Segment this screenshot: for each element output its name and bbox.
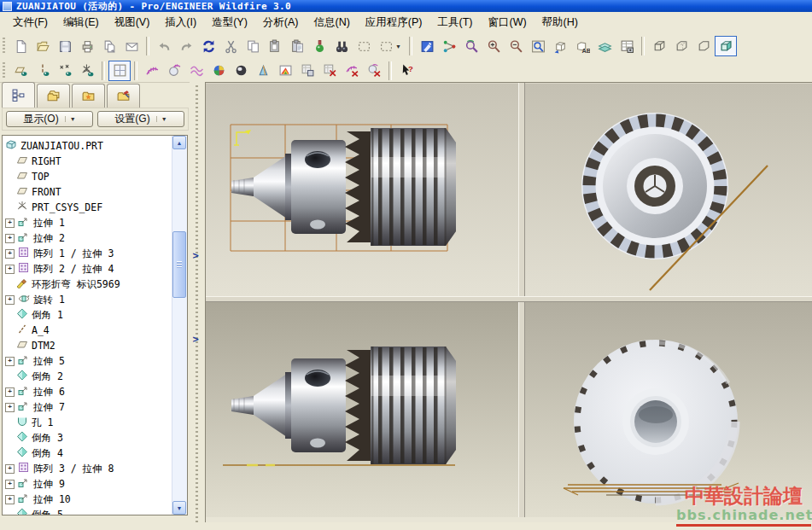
expand-plus-icon[interactable]: + bbox=[5, 480, 15, 489]
menu-item[interactable]: 分析(A) bbox=[255, 13, 307, 32]
refit-icon[interactable] bbox=[527, 36, 549, 56]
tree-item[interactable]: ZUANJIATOU.PRT bbox=[3, 138, 172, 154]
expand-plus-icon[interactable]: + bbox=[5, 495, 15, 504]
layers-icon[interactable] bbox=[593, 36, 616, 56]
tree-item[interactable]: +拉伸 9 bbox=[3, 476, 172, 492]
named-views-icon[interactable]: AB bbox=[571, 36, 593, 56]
paste-icon[interactable] bbox=[264, 36, 286, 56]
tree-item[interactable]: +拉伸 5 bbox=[3, 353, 172, 369]
tree-item[interactable]: A_4 bbox=[3, 323, 172, 338]
expand-plus-icon[interactable]: + bbox=[5, 357, 15, 366]
tree-item[interactable]: FRONT bbox=[3, 184, 172, 200]
email-icon[interactable] bbox=[120, 36, 143, 56]
tree-item[interactable]: 倒角 3 bbox=[3, 430, 172, 446]
delete-saved-analysis-icon[interactable] bbox=[318, 61, 341, 81]
datum-point-display-icon[interactable] bbox=[54, 61, 76, 81]
expand-plus-icon[interactable]: + bbox=[5, 295, 15, 305]
favorites-tab[interactable] bbox=[72, 84, 105, 108]
open-icon[interactable] bbox=[32, 36, 54, 56]
csys-display-icon[interactable] bbox=[76, 61, 98, 81]
spin-center-icon[interactable] bbox=[438, 36, 460, 56]
tree-item[interactable]: RIGHT bbox=[3, 154, 172, 169]
view-manager-icon[interactable] bbox=[616, 36, 638, 56]
select-filter-icon[interactable]: ▼ bbox=[375, 36, 406, 56]
grid-toggle-icon[interactable] bbox=[108, 61, 131, 81]
saved-views-icon[interactable] bbox=[549, 36, 571, 56]
tree-item[interactable]: TOP bbox=[3, 169, 172, 184]
repaint-icon[interactable] bbox=[416, 36, 438, 56]
menu-item[interactable]: 造型(Y) bbox=[204, 13, 255, 32]
expand-plus-icon[interactable]: + bbox=[5, 265, 15, 274]
shadow-analysis-icon[interactable] bbox=[230, 61, 252, 81]
cut-icon[interactable] bbox=[219, 36, 242, 56]
scrollbar-thumb[interactable] bbox=[172, 231, 186, 298]
delete-curvature-icon[interactable] bbox=[341, 61, 363, 81]
tree-item[interactable]: +拉伸 6 bbox=[3, 384, 172, 399]
appearance-icon[interactable] bbox=[308, 36, 330, 56]
scroll-down-icon[interactable]: ▼ bbox=[172, 501, 186, 515]
menu-item[interactable]: 帮助(H) bbox=[535, 13, 586, 32]
tree-item[interactable]: PRT_CSYS_DEF bbox=[3, 200, 172, 215]
connections-tab[interactable] bbox=[107, 84, 140, 108]
title-bar[interactable]: ZUANJIATOU (活动的) - Pro/ENGINEER Wildfire… bbox=[0, 0, 812, 12]
saved-analysis-icon[interactable] bbox=[296, 61, 318, 81]
sash-collapse-icon[interactable]: > bbox=[192, 335, 199, 344]
expand-plus-icon[interactable]: + bbox=[5, 218, 15, 228]
expand-plus-icon[interactable]: + bbox=[5, 464, 15, 474]
save-icon[interactable] bbox=[54, 36, 76, 56]
menu-item[interactable]: 文件(F) bbox=[5, 13, 55, 32]
expand-plus-icon[interactable]: + bbox=[5, 234, 15, 243]
zoom-out-icon[interactable] bbox=[505, 36, 527, 56]
save-a-copy-icon[interactable] bbox=[98, 36, 120, 56]
no-hidden-icon[interactable] bbox=[692, 36, 715, 56]
menu-item[interactable]: 视图(V) bbox=[107, 13, 158, 32]
viewport-bottom-left[interactable] bbox=[206, 302, 518, 517]
menu-item[interactable]: 编辑(E) bbox=[55, 13, 107, 32]
tree-item[interactable]: +阵列 2 / 拉伸 4 bbox=[3, 261, 172, 277]
paste-special-icon[interactable] bbox=[286, 36, 308, 56]
expand-plus-icon[interactable]: + bbox=[5, 249, 15, 259]
reflection-analysis-icon[interactable] bbox=[207, 61, 230, 81]
regenerate-icon[interactable] bbox=[197, 36, 219, 56]
find-icon[interactable] bbox=[330, 36, 353, 56]
tree-item[interactable]: 倒角 2 bbox=[3, 369, 172, 384]
color-plot-icon[interactable] bbox=[274, 61, 296, 81]
orient-mode-icon[interactable] bbox=[460, 36, 482, 56]
tree-item[interactable]: +拉伸 1 bbox=[3, 215, 172, 230]
select-box-icon[interactable] bbox=[353, 36, 375, 56]
expand-plus-icon[interactable]: + bbox=[5, 387, 15, 397]
scroll-up-icon[interactable]: ▲ bbox=[172, 136, 186, 149]
tree-item[interactable]: +阵列 1 / 拉伸 3 bbox=[3, 246, 172, 261]
tree-item[interactable]: +旋转 1 bbox=[3, 292, 172, 307]
settings-dropdown-button[interactable]: 设置(G) ▼ bbox=[97, 111, 184, 127]
toolbar-drag-handle[interactable] bbox=[3, 62, 5, 79]
tree-item[interactable]: 倒角 1 bbox=[3, 307, 172, 323]
undo-icon[interactable] bbox=[153, 36, 175, 56]
tree-item[interactable]: 孔 1 bbox=[3, 415, 172, 430]
tree-item[interactable]: 倒角 5 bbox=[3, 507, 172, 515]
tree-item[interactable]: +拉伸 10 bbox=[3, 492, 172, 507]
toolbar-drag-handle[interactable] bbox=[3, 38, 5, 55]
model-tree-tab[interactable] bbox=[2, 82, 35, 108]
copy-icon[interactable] bbox=[242, 36, 264, 56]
wireframe-icon[interactable] bbox=[648, 36, 670, 56]
menu-item[interactable]: 窗口(W) bbox=[480, 13, 534, 32]
shaded-icon[interactable] bbox=[715, 36, 737, 56]
datum-axis-display-icon[interactable] bbox=[32, 61, 54, 81]
datum-plane-display-icon[interactable] bbox=[9, 61, 32, 81]
tree-item[interactable]: +阵列 3 / 拉伸 8 bbox=[3, 461, 172, 476]
print-icon[interactable] bbox=[76, 36, 98, 56]
menu-item[interactable]: 插入(I) bbox=[157, 13, 204, 32]
curvature-analysis-icon[interactable] bbox=[141, 61, 163, 81]
viewport-top-right[interactable] bbox=[525, 84, 812, 296]
sash-handle[interactable] bbox=[196, 85, 198, 525]
expand-plus-icon[interactable]: + bbox=[5, 403, 15, 412]
tree-item[interactable]: DTM2 bbox=[3, 338, 172, 353]
redo-icon[interactable] bbox=[175, 36, 197, 56]
hidden-line-icon[interactable] bbox=[670, 36, 692, 56]
menu-item[interactable]: 信息(N) bbox=[306, 13, 357, 32]
section-analysis-icon[interactable] bbox=[252, 61, 274, 81]
menu-item[interactable]: 工具(T) bbox=[430, 13, 481, 32]
panel-sash[interactable]: > > bbox=[190, 82, 205, 530]
context-help-icon[interactable]: ? bbox=[395, 61, 418, 81]
